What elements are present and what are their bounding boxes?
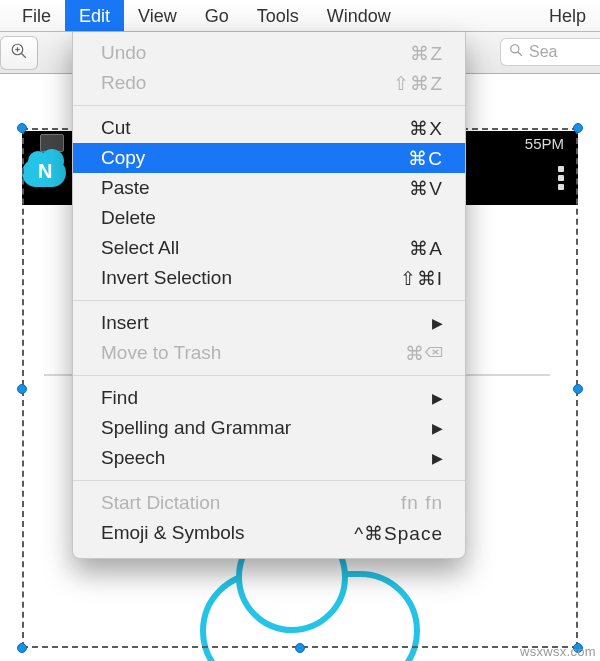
menu-separator bbox=[73, 480, 465, 481]
menu-item-shortcut: ^⌘Space bbox=[354, 522, 443, 545]
zoom-tool-button[interactable] bbox=[0, 36, 38, 70]
menu-item-redo[interactable]: Redo ⇧⌘Z bbox=[73, 68, 465, 98]
menu-item-paste[interactable]: Paste ⌘V bbox=[73, 173, 465, 203]
menu-item-label: Emoji & Symbols bbox=[101, 522, 354, 544]
menu-item-delete[interactable]: Delete bbox=[73, 203, 465, 233]
selection-handle-ml[interactable] bbox=[17, 384, 27, 394]
menu-item-insert[interactable]: Insert ▶ bbox=[73, 308, 465, 338]
menu-item-copy[interactable]: Copy ⌘C bbox=[73, 143, 465, 173]
menu-item-shortcut: ⇧⌘Z bbox=[393, 72, 443, 95]
submenu-arrow-icon: ▶ bbox=[432, 390, 443, 406]
menu-tools[interactable]: Tools bbox=[243, 0, 313, 31]
menu-separator bbox=[73, 300, 465, 301]
menu-item-speech[interactable]: Speech ▶ bbox=[73, 443, 465, 473]
menu-item-shortcut: ⌘V bbox=[409, 177, 443, 200]
search-placeholder: Sea bbox=[529, 43, 557, 61]
menu-item-shortcut: ⌘ bbox=[405, 342, 425, 365]
submenu-arrow-icon: ▶ bbox=[432, 315, 443, 331]
menu-bar: File Edit View Go Tools Window Help bbox=[0, 0, 600, 32]
svg-line-1 bbox=[21, 53, 26, 58]
search-icon bbox=[509, 43, 523, 61]
selection-handle-tr[interactable] bbox=[573, 123, 583, 133]
menu-item-shortcut: ⌘A bbox=[409, 237, 443, 260]
menu-item-label: Redo bbox=[101, 72, 393, 94]
selection-handle-bl[interactable] bbox=[17, 643, 27, 653]
watermark-text: wsxwsx.com bbox=[520, 644, 596, 659]
menu-item-label: Delete bbox=[101, 207, 443, 229]
menu-item-label: Speech bbox=[101, 447, 424, 469]
submenu-arrow-icon: ▶ bbox=[432, 450, 443, 466]
menu-item-label: Select All bbox=[101, 237, 409, 259]
svg-line-5 bbox=[518, 52, 522, 56]
menu-item-shortcut: ⌘Z bbox=[410, 42, 443, 65]
magnifier-plus-icon bbox=[10, 42, 28, 65]
menu-item-label: Undo bbox=[101, 42, 410, 64]
menu-item-find[interactable]: Find ▶ bbox=[73, 383, 465, 413]
menu-item-label: Invert Selection bbox=[101, 267, 400, 289]
menu-item-cut[interactable]: Cut ⌘X bbox=[73, 113, 465, 143]
menu-item-spelling-grammar[interactable]: Spelling and Grammar ▶ bbox=[73, 413, 465, 443]
submenu-arrow-icon: ▶ bbox=[432, 420, 443, 436]
menu-item-label: Move to Trash bbox=[101, 342, 405, 364]
menu-edit[interactable]: Edit bbox=[65, 0, 124, 31]
menu-item-emoji-symbols[interactable]: Emoji & Symbols ^⌘Space bbox=[73, 518, 465, 548]
menu-item-shortcut: ⇧⌘I bbox=[400, 267, 443, 290]
menu-window[interactable]: Window bbox=[313, 0, 405, 31]
logo-letter: N bbox=[38, 160, 52, 183]
menu-item-label: Copy bbox=[101, 147, 408, 169]
menu-view[interactable]: View bbox=[124, 0, 191, 31]
menu-item-shortcut: fn fn bbox=[401, 492, 443, 514]
menu-item-select-all[interactable]: Select All ⌘A bbox=[73, 233, 465, 263]
menu-item-label: Find bbox=[101, 387, 424, 409]
menu-item-move-to-trash[interactable]: Move to Trash ⌘ bbox=[73, 338, 465, 368]
menu-separator bbox=[73, 105, 465, 106]
menu-item-label: Spelling and Grammar bbox=[101, 417, 424, 439]
menu-item-label: Cut bbox=[101, 117, 409, 139]
menu-item-label: Paste bbox=[101, 177, 409, 199]
search-input[interactable]: Sea bbox=[500, 38, 600, 66]
svg-point-4 bbox=[511, 45, 519, 53]
selection-handle-tl[interactable] bbox=[17, 123, 27, 133]
edit-dropdown-menu: Undo ⌘Z Redo ⇧⌘Z Cut ⌘X Copy ⌘C Paste ⌘V… bbox=[72, 32, 466, 559]
menu-separator bbox=[73, 375, 465, 376]
menu-item-start-dictation[interactable]: Start Dictation fn fn bbox=[73, 488, 465, 518]
menu-item-label: Start Dictation bbox=[101, 492, 401, 514]
menu-go[interactable]: Go bbox=[191, 0, 243, 31]
menu-item-label: Insert bbox=[101, 312, 424, 334]
menu-help[interactable]: Help bbox=[535, 0, 600, 31]
selection-handle-mr[interactable] bbox=[573, 384, 583, 394]
backspace-icon bbox=[425, 342, 443, 364]
menu-item-shortcut: ⌘C bbox=[408, 147, 443, 170]
menu-item-shortcut: ⌘X bbox=[409, 117, 443, 140]
menu-item-undo[interactable]: Undo ⌘Z bbox=[73, 38, 465, 68]
menu-item-invert-selection[interactable]: Invert Selection ⇧⌘I bbox=[73, 263, 465, 293]
menu-file[interactable]: File bbox=[8, 0, 65, 31]
selection-handle-bm[interactable] bbox=[295, 643, 305, 653]
